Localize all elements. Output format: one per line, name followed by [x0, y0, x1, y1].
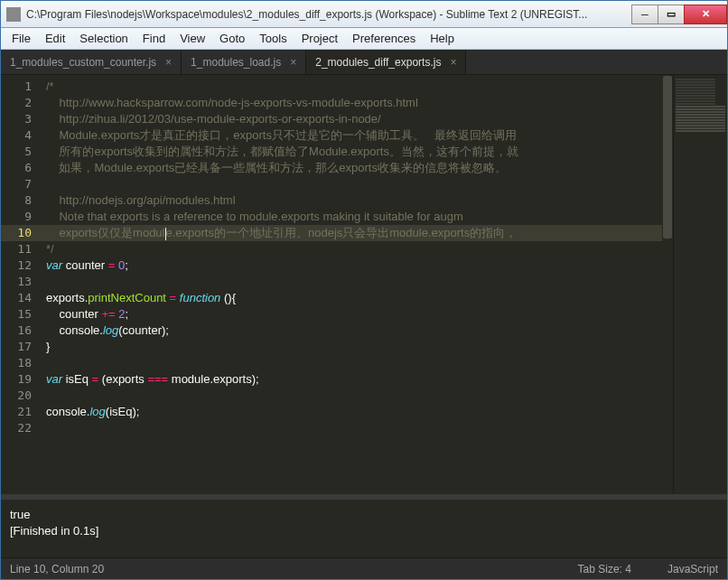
gutter-num: 21 — [1, 404, 46, 420]
menu-project[interactable]: Project — [294, 30, 345, 47]
gutter-num: 3 — [1, 111, 46, 127]
line-gutter[interactable]: 1 2 3 4 5 6 7 8 9 10 11 12 13 14 15 16 1… — [1, 75, 46, 494]
status-syntax[interactable]: JavaScript — [667, 563, 718, 575]
statusbar: Line 10, Column 20 Tab Size: 4 JavaScrip… — [1, 557, 727, 579]
gutter-num: 2 — [1, 95, 46, 111]
code-line: } — [46, 339, 673, 355]
code-line: counter += 2; — [46, 306, 673, 323]
menubar: File Edit Selection Find View Goto Tools… — [1, 28, 727, 50]
gutter-num: 8 — [1, 192, 46, 209]
gutter-num: 17 — [1, 339, 46, 355]
menu-view[interactable]: View — [173, 30, 212, 47]
window-title: C:\Program Files\nodejs\Workspace\module… — [26, 8, 632, 21]
close-button[interactable]: ✕ — [684, 5, 727, 24]
code-line — [46, 355, 673, 371]
gutter-num: 4 — [1, 127, 46, 144]
gutter-num: 16 — [1, 323, 46, 339]
status-tabsize[interactable]: Tab Size: 4 — [578, 563, 631, 575]
gutter-num: 14 — [1, 290, 46, 306]
code-line: exports仅仅是module.exports的一个地址引用。nodejs只会… — [46, 225, 673, 241]
tab-label: 1_modules_custom_counter.js — [10, 56, 156, 69]
code-line: console.log(counter); — [46, 323, 673, 339]
vertical-scrollbar[interactable] — [662, 75, 673, 494]
app-icon — [6, 7, 21, 22]
code-line: console.log(isEq); — [46, 404, 673, 420]
code-line: 所有的exports收集到的属性和方法，都赋值给了Module.exports。… — [46, 144, 673, 160]
editor[interactable]: 1 2 3 4 5 6 7 8 9 10 11 12 13 14 15 16 1… — [1, 75, 727, 494]
build-console: true [Finished in 0.1s] — [1, 494, 727, 557]
code-line: http://nodejs.org/api/modules.html — [46, 192, 673, 209]
gutter-num: 12 — [1, 257, 46, 274]
gutter-num: 5 — [1, 144, 46, 160]
gutter-num: 22 — [1, 420, 46, 436]
menu-selection[interactable]: Selection — [72, 30, 135, 47]
code-line: Note that exports is a reference to modu… — [46, 209, 673, 225]
code-line: var isEq = (exports === module.exports); — [46, 371, 673, 388]
code-line: http://www.hacksparrow.com/node-js-expor… — [46, 95, 673, 111]
menu-edit[interactable]: Edit — [38, 30, 72, 47]
code-line: http://zihua.li/2012/03/use-module-expor… — [46, 111, 673, 127]
tab-close-icon[interactable]: × — [165, 56, 172, 69]
gutter-num: 11 — [1, 241, 46, 257]
console-line: true — [10, 507, 718, 523]
code-line: Module.exports才是真正的接口，exports只不过是它的一个辅助工… — [46, 127, 673, 144]
code-line — [46, 420, 673, 436]
minimap[interactable] — [673, 75, 727, 494]
code-line: exports.printNextCount = function (){ — [46, 290, 673, 306]
menu-find[interactable]: Find — [135, 30, 173, 47]
code-line: */ — [46, 241, 673, 257]
menu-file[interactable]: File — [5, 30, 38, 47]
code-line: /* — [46, 79, 673, 95]
menu-preferences[interactable]: Preferences — [345, 30, 423, 47]
gutter-num: 19 — [1, 371, 46, 388]
tab-2[interactable]: 1_modules_load.js× — [182, 50, 306, 74]
tab-bar: 1_modules_custom_counter.js× 1_modules_l… — [1, 50, 727, 75]
tab-1[interactable]: 1_modules_custom_counter.js× — [1, 50, 182, 74]
gutter-num: 9 — [1, 209, 46, 225]
code-line — [46, 176, 673, 192]
menu-help[interactable]: Help — [423, 30, 462, 47]
tab-label: 1_modules_load.js — [191, 56, 281, 69]
maximize-button[interactable]: ▭ — [658, 5, 685, 24]
tab-close-icon[interactable]: × — [290, 56, 296, 69]
titlebar[interactable]: C:\Program Files\nodejs\Workspace\module… — [1, 1, 727, 28]
status-position[interactable]: Line 10, Column 20 — [10, 563, 542, 575]
code-line: var counter = 0; — [46, 257, 673, 274]
menu-goto[interactable]: Goto — [212, 30, 252, 47]
code-line — [46, 274, 673, 290]
gutter-num: 1 — [1, 79, 46, 95]
tab-close-icon[interactable]: × — [450, 56, 456, 69]
gutter-num: 13 — [1, 274, 46, 290]
gutter-num: 10 — [1, 225, 46, 241]
gutter-num: 15 — [1, 306, 46, 323]
gutter-num: 6 — [1, 160, 46, 176]
tab-label: 2_modules_diff_exports.js — [315, 56, 441, 69]
code-line: 如果，Module.exports已经具备一些属性和方法，那么exports收集… — [46, 160, 673, 176]
minimize-button[interactable]: ─ — [631, 5, 658, 24]
code-area[interactable]: /* http://www.hacksparrow.com/node-js-ex… — [46, 75, 673, 494]
console-line: [Finished in 0.1s] — [10, 523, 718, 539]
tab-3[interactable]: 2_modules_diff_exports.js× — [306, 50, 466, 74]
scroll-thumb[interactable] — [663, 76, 672, 239]
code-line — [46, 388, 673, 404]
gutter-num: 18 — [1, 355, 46, 371]
gutter-num: 7 — [1, 176, 46, 192]
gutter-num: 20 — [1, 388, 46, 404]
menu-tools[interactable]: Tools — [252, 30, 294, 47]
